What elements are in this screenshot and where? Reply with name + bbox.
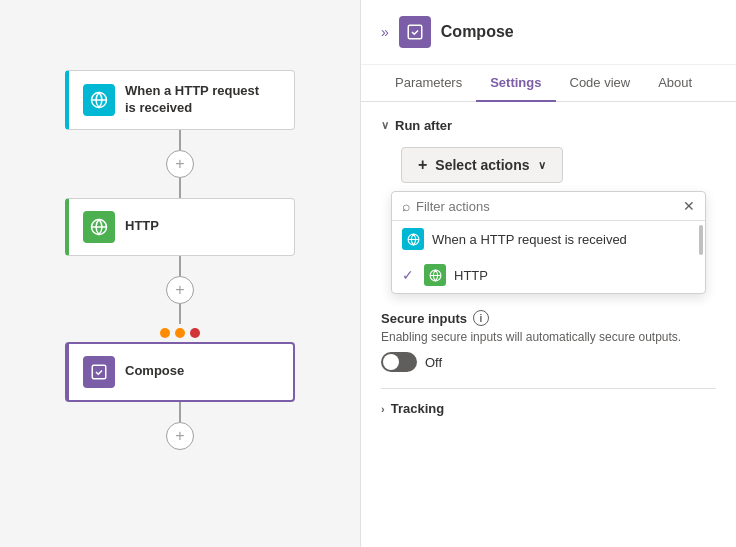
secure-inputs-label: Secure inputs bbox=[381, 311, 467, 326]
panel-content: ∨ Run after + Select actions ∨ ⌕ ✕ bbox=[361, 102, 736, 547]
collapse-button[interactable]: » bbox=[381, 24, 389, 40]
dot-orange-2 bbox=[175, 328, 185, 338]
tab-settings[interactable]: Settings bbox=[476, 65, 555, 102]
run-after-header[interactable]: ∨ Run after bbox=[381, 118, 716, 133]
secure-inputs-section: Secure inputs i Enabling secure inputs w… bbox=[381, 310, 716, 372]
tracking-header[interactable]: › Tracking bbox=[381, 401, 716, 416]
dot-orange-1 bbox=[160, 328, 170, 338]
secure-inputs-description: Enabling secure inputs will automaticall… bbox=[381, 330, 716, 344]
dropdown-item-label-2: HTTP bbox=[454, 268, 488, 283]
chevron-down-icon: ∨ bbox=[538, 159, 546, 172]
connector-2: + bbox=[160, 256, 200, 342]
compose-label: Compose bbox=[125, 363, 184, 380]
dot-red bbox=[190, 328, 200, 338]
add-step-2[interactable]: + bbox=[166, 276, 194, 304]
flow-nodes: When a HTTP request is received + HTTP + bbox=[0, 0, 360, 450]
tracking-label: Tracking bbox=[391, 401, 444, 416]
info-icon[interactable]: i bbox=[473, 310, 489, 326]
panel-header-icon bbox=[399, 16, 431, 48]
dropdown-item-http[interactable]: ✓ HTTP bbox=[392, 257, 705, 293]
http-request-icon bbox=[83, 84, 115, 116]
http-request-label: When a HTTP request is received bbox=[125, 83, 259, 117]
connector-line-1b bbox=[179, 178, 181, 198]
panel-header: » Compose bbox=[361, 0, 736, 65]
right-panel: » Compose Parameters Settings Code view … bbox=[360, 0, 736, 547]
check-icon: ✓ bbox=[402, 267, 414, 283]
connector-1: + bbox=[166, 130, 194, 198]
dropdown-item-http-request[interactable]: When a HTTP request is received bbox=[392, 221, 705, 257]
connector-line-2 bbox=[179, 256, 181, 276]
http-request-node[interactable]: When a HTTP request is received bbox=[65, 70, 295, 130]
select-actions-label: Select actions bbox=[435, 157, 529, 173]
panel-title: Compose bbox=[441, 23, 514, 41]
compose-node[interactable]: Compose bbox=[65, 342, 295, 402]
tab-about[interactable]: About bbox=[644, 65, 706, 102]
secure-inputs-toggle[interactable] bbox=[381, 352, 417, 372]
filter-actions-input[interactable] bbox=[416, 199, 677, 214]
run-after-label: Run after bbox=[395, 118, 452, 133]
toggle-row: Off bbox=[381, 352, 716, 372]
clear-search-button[interactable]: ✕ bbox=[683, 198, 695, 214]
status-dots bbox=[160, 328, 200, 338]
connector-line-2b bbox=[179, 304, 181, 324]
connector-3: + bbox=[166, 402, 194, 450]
search-icon: ⌕ bbox=[402, 198, 410, 214]
svg-rect-4 bbox=[92, 365, 106, 379]
add-step-3[interactable]: + bbox=[166, 422, 194, 450]
tracking-section: › Tracking bbox=[381, 388, 716, 416]
add-step-1[interactable]: + bbox=[166, 150, 194, 178]
scrollbar[interactable] bbox=[699, 225, 703, 255]
item-icon-http bbox=[424, 264, 446, 286]
select-actions-button[interactable]: + Select actions ∨ bbox=[401, 147, 563, 183]
http-action-icon bbox=[83, 211, 115, 243]
connector-line-3 bbox=[179, 402, 181, 422]
plus-icon: + bbox=[418, 156, 427, 174]
item-icon-http-request bbox=[402, 228, 424, 250]
chevron-right-icon: › bbox=[381, 403, 385, 415]
tab-codeview[interactable]: Code view bbox=[556, 65, 645, 102]
toggle-label: Off bbox=[425, 355, 442, 370]
tab-bar: Parameters Settings Code view About bbox=[361, 65, 736, 102]
dropdown-item-label-1: When a HTTP request is received bbox=[432, 232, 627, 247]
svg-rect-5 bbox=[408, 25, 422, 39]
chevron-down-icon: ∨ bbox=[381, 119, 389, 132]
tab-parameters[interactable]: Parameters bbox=[381, 65, 476, 102]
http-action-node[interactable]: HTTP bbox=[65, 198, 295, 256]
flow-canvas: When a HTTP request is received + HTTP + bbox=[0, 0, 360, 547]
connector-line-1 bbox=[179, 130, 181, 150]
toggle-knob bbox=[383, 354, 399, 370]
actions-dropdown: ⌕ ✕ When a HTTP request is received ✓ bbox=[391, 191, 706, 294]
http-action-label: HTTP bbox=[125, 218, 159, 235]
search-row: ⌕ ✕ bbox=[392, 192, 705, 221]
compose-icon bbox=[83, 356, 115, 388]
dropdown-list: When a HTTP request is received ✓ HTTP bbox=[392, 221, 705, 293]
secure-inputs-title: Secure inputs i bbox=[381, 310, 716, 326]
